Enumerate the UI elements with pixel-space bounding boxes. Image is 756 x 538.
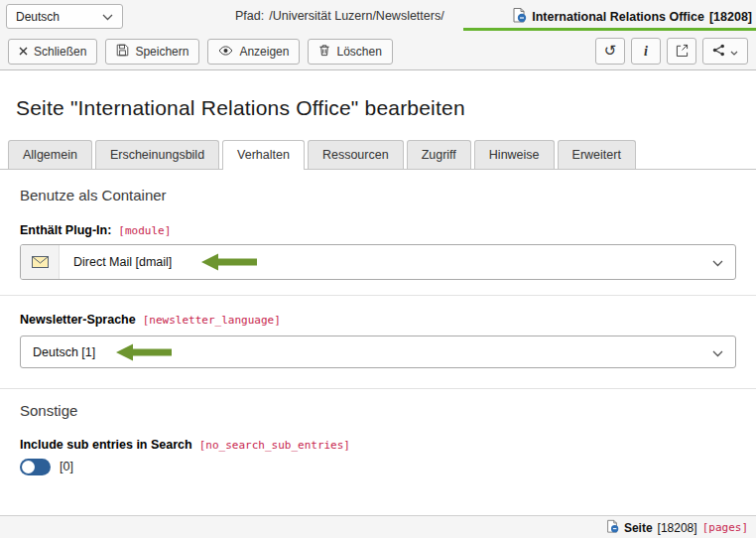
tab-ressourcen[interactable]: Ressourcen bbox=[308, 140, 404, 170]
language-select[interactable]: Deutsch bbox=[6, 4, 123, 29]
footer-uid: [18208] bbox=[658, 521, 697, 535]
chevron-down-icon bbox=[102, 10, 113, 24]
external-link-icon bbox=[676, 44, 689, 60]
typo3-page-edit-screen: Deutsch Pfad: /Universität Luzern/Newsle… bbox=[0, 0, 756, 538]
save-button[interactable]: Speichern bbox=[105, 39, 199, 65]
plugin-field-label: Enthält Plug-In: bbox=[20, 223, 111, 237]
history-icon: ↺ bbox=[604, 44, 617, 59]
tab-allgemein[interactable]: Allgemein bbox=[8, 140, 92, 170]
toggle-value: [0] bbox=[60, 460, 73, 473]
chevron-down-icon bbox=[712, 253, 723, 271]
close-button[interactable]: Schließen bbox=[8, 39, 97, 65]
section-legend-container: Benutze als Container bbox=[20, 187, 167, 203]
record-header: International Relations Office [18208] bbox=[511, 7, 752, 26]
plugin-field-code: [module] bbox=[118, 224, 171, 237]
page-icon bbox=[605, 519, 619, 536]
tab-verhalten[interactable]: Verhalten bbox=[222, 140, 305, 171]
view-button-label: Anzeigen bbox=[239, 45, 289, 59]
toolbar-left: Schließen Speichern bbox=[8, 39, 393, 65]
tab-hinweise[interactable]: Hinweise bbox=[474, 140, 555, 170]
search-toggle[interactable] bbox=[20, 459, 51, 475]
trash-icon bbox=[318, 44, 330, 60]
page-title: Seite "International Relations Office" b… bbox=[16, 96, 465, 120]
footer-bar: Seite [18208] [pages] bbox=[0, 515, 756, 538]
share-button[interactable] bbox=[702, 38, 748, 65]
direct-mail-envelope-icon bbox=[21, 245, 60, 279]
search-field-code: [no_search_sub_entries] bbox=[199, 439, 350, 452]
annotation-arrow bbox=[201, 253, 257, 275]
section-divider bbox=[0, 388, 756, 389]
record-uid: [18208] bbox=[709, 10, 752, 24]
footer-record-info: Seite [18208] [pages] bbox=[605, 519, 748, 536]
plugin-select-value: Direct Mail [dmail] bbox=[60, 245, 172, 279]
breadcrumb-label: Pfad: bbox=[235, 9, 264, 23]
breadcrumb: Pfad: /Universität Luzern/Newsletters/ bbox=[235, 9, 444, 23]
newsletter-language-field-label: Newsletter-Sprache bbox=[20, 313, 136, 327]
search-field-label: Include sub entries in Search bbox=[20, 438, 192, 452]
info-button[interactable]: i bbox=[631, 38, 661, 65]
breadcrumb-value: /Universität Luzern/Newsletters/ bbox=[269, 9, 443, 23]
toggle-knob bbox=[22, 461, 35, 473]
info-icon: i bbox=[644, 45, 648, 59]
share-icon bbox=[712, 44, 725, 60]
section-divider bbox=[0, 295, 756, 296]
section-legend-misc: Sonstige bbox=[20, 402, 77, 419]
toolbar-right: ↺ i bbox=[595, 38, 748, 65]
close-button-label: Schließen bbox=[34, 45, 86, 59]
footer-table-name: [pages] bbox=[702, 521, 748, 534]
tab-zugriff[interactable]: Zugriff bbox=[407, 140, 471, 170]
open-in-new-window-button[interactable] bbox=[667, 38, 696, 65]
tab-bar: Allgemein Erscheinungsbild Verhalten Res… bbox=[0, 138, 756, 170]
tab-erweitert[interactable]: Erweitert bbox=[558, 140, 636, 170]
footer-type-label: Seite bbox=[624, 521, 653, 535]
delete-button-label: Löschen bbox=[336, 45, 381, 59]
view-button[interactable]: Anzeigen bbox=[207, 39, 300, 65]
delete-button[interactable]: Löschen bbox=[308, 39, 392, 65]
annotation-arrow bbox=[116, 343, 172, 365]
eye-icon bbox=[218, 45, 233, 59]
plugin-select[interactable]: Direct Mail [dmail] bbox=[20, 244, 736, 280]
history-button[interactable]: ↺ bbox=[595, 38, 625, 65]
newsletter-language-field-code: [newsletter_language] bbox=[143, 314, 281, 327]
doc-header: Deutsch Pfad: /Universität Luzern/Newsle… bbox=[0, 0, 756, 70]
chevron-down-icon bbox=[712, 343, 723, 361]
tab-erscheinungsbild[interactable]: Erscheinungsbild bbox=[95, 140, 219, 170]
newsletter-language-select-value: Deutsch [1] bbox=[21, 336, 95, 367]
save-icon bbox=[116, 44, 129, 60]
page-icon bbox=[511, 7, 527, 26]
save-button-label: Speichern bbox=[135, 45, 189, 59]
field-label-newsletter-language: Newsletter-Sprache [newsletter_language] bbox=[20, 313, 281, 327]
close-icon bbox=[19, 45, 28, 59]
record-highlight-underline bbox=[463, 28, 756, 31]
language-select-value: Deutsch bbox=[16, 10, 60, 24]
chevron-down-icon bbox=[730, 44, 738, 59]
record-title: International Relations Office bbox=[532, 10, 704, 24]
field-label-search: Include sub entries in Search [no_search… bbox=[20, 438, 350, 452]
field-label-plugin: Enthält Plug-In: [module] bbox=[20, 223, 171, 237]
